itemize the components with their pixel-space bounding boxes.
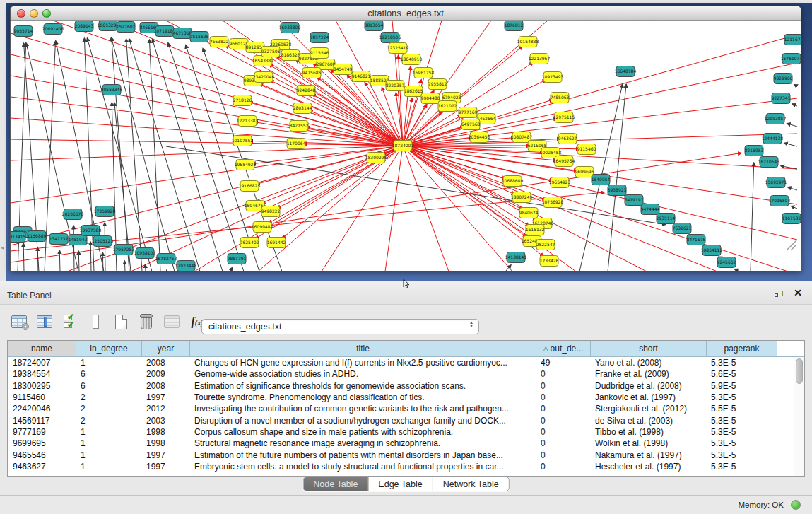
graph-node[interactable]: 2935114 xyxy=(657,214,676,224)
graph-node[interactable]: 18807249 xyxy=(511,192,533,203)
table-row[interactable]: 1456911722003Disruption of a novel membe… xyxy=(8,414,804,426)
graph-node[interactable]: 16099484 xyxy=(252,222,273,233)
graph-node[interactable]: 2718126 xyxy=(233,95,252,106)
graph-node[interactable]: 7663822 xyxy=(210,37,229,47)
graph-node[interactable]: 17016504 xyxy=(769,196,791,206)
graph-node[interactable]: 20691406 xyxy=(42,24,64,35)
graph-node[interactable]: 7515526 xyxy=(190,32,209,42)
graph-node[interactable]: 1170064 xyxy=(287,139,306,149)
table-selector-dropdown[interactable]: citations_edges.txt ▲▼ xyxy=(201,319,479,334)
graph-node[interactable]: 7955812 xyxy=(428,79,447,90)
graph-node[interactable]: 16648784 xyxy=(615,66,637,77)
graph-node[interactable]: 16033809 xyxy=(279,23,301,33)
graph-node[interactable]: 8938923 xyxy=(608,185,627,196)
graph-node[interactable]: 1615132 xyxy=(526,225,545,235)
graph-node[interactable]: 20364456 xyxy=(469,132,490,143)
graph-node[interactable]: 10937588 xyxy=(80,226,102,236)
graph-node[interactable]: 9055714 xyxy=(14,26,33,37)
graph-node[interactable]: 16782753 xyxy=(155,254,177,264)
window-resize-grip[interactable] xyxy=(787,240,796,250)
graph-node[interactable]: 15692971 xyxy=(765,177,787,188)
table-row[interactable]: 946362711997Embryonic stem cells: a mode… xyxy=(8,461,804,472)
graph-node[interactable]: 8813054 xyxy=(365,21,384,31)
graph-node[interactable]: 19218506 xyxy=(379,33,401,43)
graph-node[interactable]: 19166825 xyxy=(239,181,261,192)
toggle-view-icon[interactable] xyxy=(86,313,105,331)
table-row[interactable]: 977716911998Corpus callosum shape and si… xyxy=(8,426,804,438)
graph-node[interactable]: 23420046 xyxy=(253,72,275,83)
graph-node[interactable]: 1342737 xyxy=(49,234,69,245)
graph-node[interactable]: 19654925 xyxy=(235,160,257,170)
graph-node[interactable]: 17957253 xyxy=(113,245,135,255)
graph-node[interactable]: 6497568 xyxy=(461,119,481,130)
graph-node[interactable]: 10107552 xyxy=(232,136,254,146)
network-view[interactable]: 9055714206914062089143106532871527602846… xyxy=(11,21,801,271)
column-header-title[interactable]: title xyxy=(189,341,536,356)
window-titlebar[interactable]: citations_edges.txt xyxy=(11,6,801,21)
column-header-name[interactable]: name xyxy=(8,341,76,356)
memory-status-icon[interactable] xyxy=(791,500,801,510)
graph-node[interactable]: 10756928 xyxy=(542,197,564,208)
graph-node[interactable]: 7625402 xyxy=(240,238,259,248)
column-header-in_degree[interactable]: in_degree xyxy=(76,341,141,356)
graph-node[interactable]: 10958107 xyxy=(134,248,156,259)
check-rows-icon[interactable]: ✔✔ xyxy=(61,313,79,331)
column-header-pagerank[interactable]: pagerank xyxy=(706,341,777,356)
delete-icon[interactable] xyxy=(137,313,155,331)
graph-node[interactable]: 10854112 xyxy=(701,245,723,256)
table-row[interactable]: 1872400712008Changes of HCN gene express… xyxy=(8,357,804,368)
graph-node[interactable]: 8471676 xyxy=(687,235,706,245)
table-row[interactable]: 2242004622012Investigating the contribut… xyxy=(8,403,804,414)
graph-node[interactable]: 8186328 xyxy=(281,50,300,61)
tab-node-table[interactable]: Node Table xyxy=(303,477,367,491)
graph-node[interactable]: 10973493 xyxy=(542,72,564,83)
graph-node[interactable]: 18300295 xyxy=(365,153,387,163)
graph-node[interactable]: 1733426 xyxy=(540,256,559,267)
graph-node[interactable]: 19654923 xyxy=(549,177,571,188)
graph-node[interactable]: 20553346 xyxy=(101,85,123,95)
graph-node[interactable]: 9242848 xyxy=(297,86,316,96)
table-row[interactable]: 1938455462009Genome-wide association stu… xyxy=(8,368,804,380)
graph-node[interactable]: 20206576 xyxy=(62,209,84,220)
graph-node[interactable]: 17359928 xyxy=(94,206,116,217)
graph-node[interactable]: 10688609 xyxy=(502,176,524,187)
graph-node[interactable]: 9699695 xyxy=(575,167,594,177)
table-row[interactable]: 1830029562008Estimation of significance … xyxy=(8,380,804,392)
graph-node[interactable]: 9498222 xyxy=(261,206,281,217)
graph-node[interactable]: 1876812 xyxy=(505,21,524,31)
graph-node[interactable]: 8220357 xyxy=(386,81,405,91)
graph-node[interactable]: 9475685 xyxy=(302,68,322,78)
graph-node[interactable]: 7485063 xyxy=(551,93,570,103)
graph-node[interactable]: 12923448 xyxy=(175,261,197,271)
graph-node[interactable]: 1640954 xyxy=(592,175,611,185)
select-column-icon[interactable] xyxy=(35,313,54,331)
column-header-year[interactable]: year xyxy=(141,341,189,356)
graph-node[interactable]: 16210643 xyxy=(758,157,780,168)
graph-node[interactable]: 9115460 xyxy=(577,144,596,155)
graph-node[interactable]: 1691442 xyxy=(267,238,286,248)
graph-node[interactable]: 9904480 xyxy=(421,93,440,104)
graph-node[interactable]: 18640910 xyxy=(401,54,423,65)
column-header-short[interactable]: short xyxy=(590,341,706,356)
graph-node[interactable]: 1211674 xyxy=(784,35,801,45)
graph-node[interactable]: 1156889 xyxy=(28,231,47,242)
graph-node[interactable]: 2522547 xyxy=(536,240,555,250)
tab-edge-table[interactable]: Edge Table xyxy=(367,477,432,491)
graph-node[interactable]: 7857224 xyxy=(310,33,329,43)
graph-node[interactable]: 12213967 xyxy=(529,54,551,64)
graph-node[interactable]: 12505123 xyxy=(92,236,114,247)
graph-node[interactable]: 16495764 xyxy=(553,156,575,167)
graph-node[interactable]: 2089143 xyxy=(75,21,94,32)
graph-node[interactable]: 8454749 xyxy=(334,64,353,75)
table-row[interactable]: 969969511998Structural magnetic resonanc… xyxy=(8,438,804,449)
graph-node[interactable]: 8427552 xyxy=(290,121,309,132)
float-panel-icon[interactable] xyxy=(775,291,784,299)
new-document-icon[interactable] xyxy=(112,313,130,331)
column-header-out_de[interactable]: △out_de... xyxy=(536,341,590,356)
table-settings-icon[interactable] xyxy=(10,313,28,331)
graph-node[interactable]: 9857791 xyxy=(228,254,247,264)
graph-node-hub[interactable]: 18724007 xyxy=(392,141,414,151)
graph-node[interactable]: 3913415 xyxy=(11,232,26,243)
graph-node[interactable]: 12213383 xyxy=(237,116,259,127)
graph-node[interactable]: 9463627 xyxy=(558,134,577,144)
